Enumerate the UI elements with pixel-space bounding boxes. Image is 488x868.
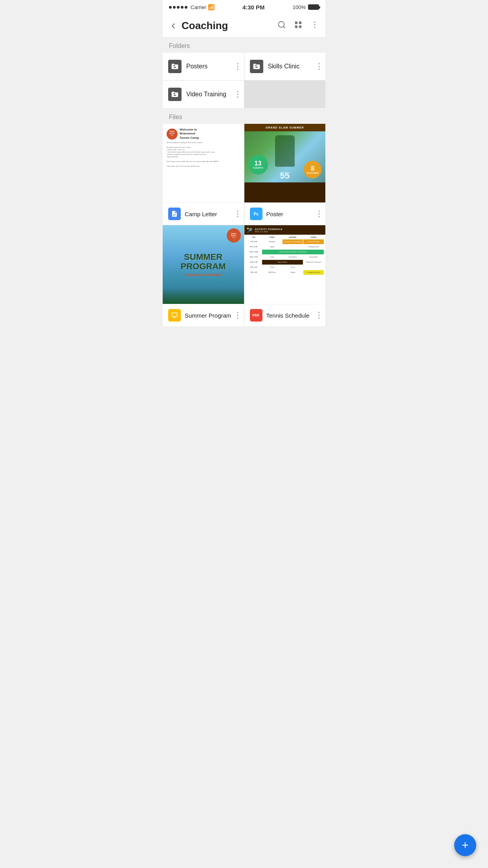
svg-rect-10 [172, 313, 177, 316]
page-title: Coaching [182, 20, 277, 32]
status-time: 4:30 PM [242, 4, 265, 11]
sched-row-6: 2:00 - 3:30 Courts Courts [246, 265, 324, 270]
folder-item-skills-clinic[interactable]: Skills Clinic [244, 53, 326, 80]
sched-header-fri: FRIDAY [262, 236, 283, 239]
file-grid: BRIARWOODT·C Welcome toBriarwoodTennis C… [163, 124, 325, 326]
folder-grid-2: Video Training [163, 81, 325, 108]
signal-dot [185, 6, 187, 9]
battery-icon [308, 4, 319, 10]
status-left: Carrier 📶 [169, 4, 215, 10]
file-thumbnail-poster: GRAND SLAM SUMMER 13 COURTS 8 COACHES 55 [244, 124, 326, 202]
poster-circle-courts: 13 COURTS [248, 155, 268, 175]
file-bottom-schedule: PDF Tennis Schedule [244, 304, 326, 326]
files-label: Files [169, 114, 182, 120]
folder-icon-posters [168, 60, 182, 73]
file-name-camp-letter: Camp Letter [185, 211, 237, 217]
carrier-label: Carrier [191, 4, 206, 10]
summer-house [163, 288, 244, 304]
folder-more-video-training[interactable] [237, 91, 238, 98]
file-more-camp-letter[interactable] [237, 210, 238, 217]
signal-dot [177, 6, 180, 9]
header: Coaching [163, 14, 325, 38]
file-type-icon-pdf: PDF [250, 309, 262, 322]
file-more-summer[interactable] [237, 312, 238, 319]
file-thumbnail-schedule: 🎾 ACTIVITY SCHEDULE AUG 1-3, 2014 TIME F… [244, 225, 326, 304]
folder-name-skills-clinic: Skills Clinic [268, 63, 319, 70]
back-button[interactable] [169, 22, 178, 30]
svg-rect-2 [295, 22, 297, 24]
poster-bottom-number: 55 [280, 171, 290, 181]
sched-row-5: 12:30 - 2:00 Soccer Practice Final Socce… [246, 260, 324, 265]
folder-icon-video-training [168, 88, 182, 101]
grid-view-icon[interactable] [294, 20, 303, 31]
folders-section-header: Folders [163, 38, 325, 53]
file-item-summer-program[interactable]: BRIARWOODT·C SUMMERPROGRAM Overview & Sc… [163, 225, 244, 326]
file-thumbnail-summer: BRIARWOODT·C SUMMERPROGRAM Overview & Sc… [163, 225, 244, 304]
summer-badge-text: BRIARWOODT·C [231, 233, 236, 239]
sched-title-area: ACTIVITY SCHEDULE AUG 1-3, 2014 [255, 228, 283, 233]
poster-img-area: 13 COURTS 8 COACHES 55 [244, 131, 326, 182]
signal-dot [181, 6, 183, 9]
svg-rect-4 [295, 26, 297, 28]
file-bottom-poster: Ps Poster [244, 202, 326, 225]
sched-date: AUG 1-3, 2014 [255, 230, 283, 233]
file-item-poster[interactable]: GRAND SLAM SUMMER 13 COURTS 8 COACHES 55 [244, 124, 326, 225]
thumb-poster: GRAND SLAM SUMMER 13 COURTS 8 COACHES 55 [244, 124, 326, 202]
svg-rect-5 [299, 26, 301, 28]
camp-letter-title: Welcome toBriarwoodTennis Camp [180, 128, 199, 140]
folders-label: Folders [169, 42, 190, 49]
thumb-summer: BRIARWOODT·C SUMMERPROGRAM Overview & Sc… [163, 225, 244, 304]
thumb-schedule: 🎾 ACTIVITY SCHEDULE AUG 1-3, 2014 TIME F… [244, 225, 326, 304]
thumb-camp-letter: BRIARWOODT·C Welcome toBriarwoodTennis C… [163, 124, 244, 202]
summer-title: SUMMERPROGRAM [181, 252, 226, 271]
wifi-icon: 📶 [208, 4, 215, 10]
racquet-icon: 🎾 [247, 228, 253, 233]
camp-header-row: BRIARWOODT·C Welcome toBriarwoodTennis C… [167, 128, 240, 142]
file-item-camp-letter[interactable]: BRIARWOODT·C Welcome toBriarwoodTennis C… [163, 124, 244, 225]
file-type-icon-slides [168, 309, 181, 322]
sched-row-2: 9:30 - 11:00 Tubing Painting & Crafts [246, 245, 324, 249]
svg-point-6 [314, 22, 316, 23]
sched-row-4: 12:00 - 12:30 Courts Free Practice Servi… [246, 255, 324, 259]
poster-top-bar: GRAND SLAM SUMMER [244, 124, 326, 131]
signal-dots [169, 6, 187, 9]
more-options-icon[interactable] [310, 20, 319, 31]
svg-point-7 [314, 24, 316, 26]
camp-logo-text: BRIARWOODT·C [170, 131, 175, 136]
signal-dot [169, 6, 172, 9]
folder-item-posters[interactable]: Posters [163, 53, 244, 80]
files-section-header: Files [163, 109, 325, 124]
file-type-icon-docs [168, 208, 181, 220]
battery-fill [309, 5, 318, 9]
battery-percentage: 100% [293, 4, 306, 10]
folder-more-skills-clinic[interactable] [318, 63, 320, 70]
camp-logo: BRIARWOODT·C [167, 129, 178, 140]
file-thumbnail-camp-letter: BRIARWOODT·C Welcome toBriarwoodTennis C… [163, 124, 244, 202]
folder-item-video-training[interactable]: Video Training [163, 81, 244, 108]
sched-row-1: 7:00 - 9:30 Orientation Scavenger Hunt M… [246, 239, 324, 244]
file-bottom-summer: Summer Program [163, 304, 244, 326]
folder-name-video-training: Video Training [186, 91, 237, 98]
file-name-poster: Poster [266, 211, 319, 217]
file-bottom-camp-letter: Camp Letter [163, 202, 244, 225]
file-item-tennis-schedule[interactable]: 🎾 ACTIVITY SCHEDULE AUG 1-3, 2014 TIME F… [244, 225, 326, 326]
file-type-icon-ps: Ps [250, 208, 262, 220]
sched-row-7: 3:30 - 5:00 BBQ Picnic Fishing! Closing … [246, 270, 324, 275]
svg-line-1 [283, 26, 285, 28]
sched-row-3: 11:00 - 12:00 Lunchtime! Wash Up & Meet … [246, 250, 324, 254]
summer-badge: BRIARWOODT·C [227, 228, 241, 243]
file-more-poster[interactable] [318, 210, 320, 217]
sched-header-row: TIME FRIDAY SATURDAY SUNDAY [246, 236, 324, 239]
poster-circle-coaches: 8 COACHES [304, 161, 321, 178]
summer-subtitle: Overview & Schedule [185, 273, 221, 277]
sched-header-time: TIME [246, 236, 262, 239]
search-icon[interactable] [277, 20, 286, 31]
folder-name-posters: Posters [186, 63, 237, 70]
header-icons [277, 20, 319, 31]
svg-rect-3 [299, 22, 301, 24]
file-name-schedule: Tennis Schedule [266, 312, 319, 319]
folder-more-posters[interactable] [237, 63, 238, 70]
file-more-schedule[interactable] [318, 312, 320, 319]
sched-header-sat: SATURDAY [283, 236, 303, 239]
svg-point-8 [314, 27, 316, 28]
